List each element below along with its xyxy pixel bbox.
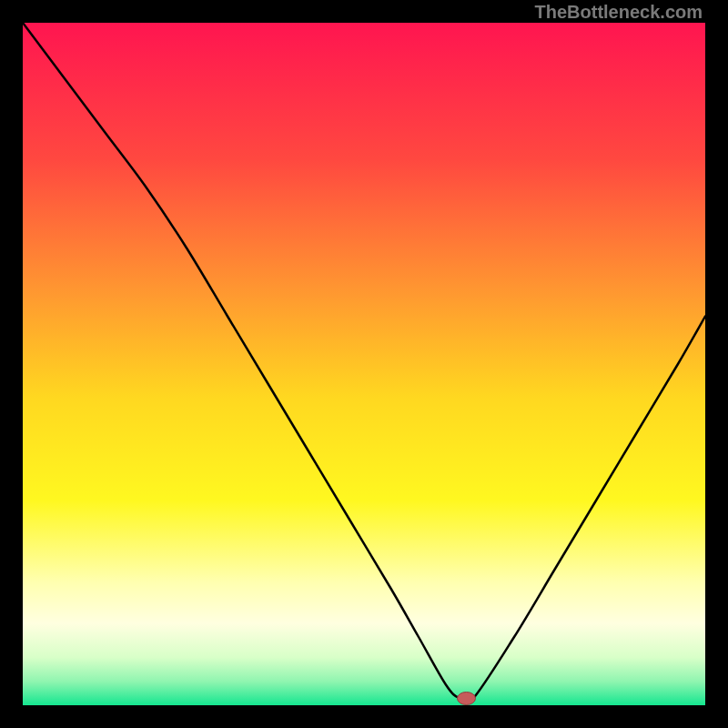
watermark-text: TheBottleneck.com xyxy=(535,2,703,23)
chart-frame: TheBottleneck.com xyxy=(0,0,728,728)
bottleneck-curve xyxy=(23,23,705,703)
plot-area xyxy=(23,23,705,705)
optimal-marker xyxy=(458,693,476,705)
curve-layer xyxy=(23,23,705,705)
